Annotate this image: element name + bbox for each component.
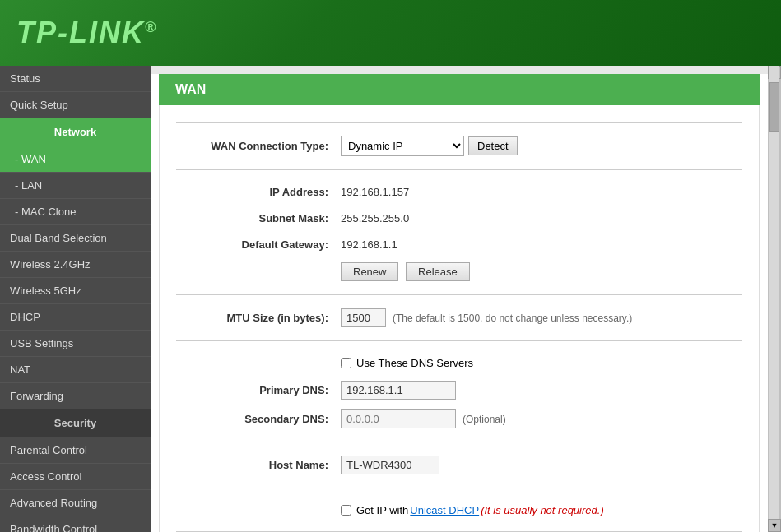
sidebar-item-status[interactable]: Status	[0, 66, 151, 92]
default-gateway-label: Default Gateway:	[176, 238, 341, 251]
scrollbar-arrow-down[interactable]: ▼	[768, 519, 781, 532]
sidebar-item-usb-settings[interactable]: USB Settings	[0, 331, 151, 357]
divider-top	[176, 122, 742, 123]
use-dns-label: Use These DNS Servers	[356, 357, 473, 369]
secondary-dns-optional: (Optional)	[463, 414, 506, 425]
default-gateway-value: 192.168.1.1	[341, 238, 397, 251]
primary-dns-row: Primary DNS:	[176, 376, 742, 405]
sidebar-item-forwarding[interactable]: Forwarding	[0, 383, 151, 409]
main-layout: Status Quick Setup Network - WAN - LAN -…	[0, 66, 781, 532]
page-title: WAN	[159, 74, 760, 105]
divider-5	[176, 488, 742, 488]
sidebar-item-lan[interactable]: - LAN	[0, 173, 151, 199]
use-dns-row: Use These DNS Servers	[176, 349, 742, 376]
mtu-field: (The default is 1500, do not change unle…	[341, 308, 632, 327]
use-dns-checkbox[interactable]	[341, 358, 351, 368]
default-gateway-row: Default Gateway: 192.168.1.1	[176, 231, 742, 257]
sidebar: Status Quick Setup Network - WAN - LAN -…	[0, 66, 151, 532]
sidebar-item-nat[interactable]: NAT	[0, 357, 151, 383]
ip-address-row: IP Address: 192.168.1.157	[176, 178, 742, 205]
detect-button[interactable]: Detect	[468, 136, 518, 155]
divider-3	[176, 340, 742, 341]
scrollbar-track	[769, 66, 779, 532]
wan-connection-type-label: WAN Connection Type:	[176, 140, 341, 152]
wan-connection-type-row: WAN Connection Type: Dynamic IP Static I…	[176, 131, 742, 161]
renew-release-buttons: Renew Release	[341, 262, 474, 281]
logo-symbol: ®	[145, 19, 157, 35]
logo: TP-LINK®	[16, 16, 157, 50]
unicast-label-pre: Get IP with	[356, 504, 408, 516]
content-body: WAN Connection Type: Dynamic IP Static I…	[159, 105, 760, 532]
unicast-row: Get IP with Unicast DHCP (It is usually …	[176, 497, 742, 523]
sidebar-section-security: Security	[0, 409, 151, 437]
secondary-dns-row: Secondary DNS: (Optional)	[176, 405, 742, 433]
use-dns-field: Use These DNS Servers	[341, 357, 473, 369]
sidebar-item-advanced-routing[interactable]: Advanced Routing	[0, 490, 151, 516]
host-name-row: Host Name:	[176, 451, 742, 479]
content-area: WAN WAN Connection Type: Dynamic IP Stat…	[151, 66, 768, 532]
ip-address-label: IP Address:	[176, 186, 341, 198]
secondary-dns-input[interactable]	[341, 409, 456, 428]
sidebar-item-bandwidth-control[interactable]: Bandwidth Control	[0, 516, 151, 532]
mtu-row: MTU Size (in bytes): (The default is 150…	[176, 303, 742, 332]
logo-text: TP-LINK	[16, 16, 145, 49]
content-inner: WAN WAN Connection Type: Dynamic IP Stat…	[151, 74, 768, 532]
secondary-dns-field: (Optional)	[341, 409, 506, 428]
unicast-checkbox[interactable]	[341, 505, 351, 516]
wan-connection-type-select[interactable]: Dynamic IP Static IP PPPoE L2TP PPTP Big…	[341, 136, 464, 156]
header: TP-LINK®	[0, 0, 781, 66]
divider-2	[176, 294, 742, 295]
renew-button[interactable]: Renew	[341, 262, 398, 281]
wan-connection-type-field: Dynamic IP Static IP PPPoE L2TP PPTP Big…	[341, 136, 518, 156]
secondary-dns-label: Secondary DNS:	[176, 413, 341, 425]
subnet-mask-label: Subnet Mask:	[176, 212, 341, 224]
unicast-label-post: (It is usually not required.)	[481, 504, 604, 516]
mtu-input[interactable]	[341, 308, 386, 327]
ip-address-value: 192.168.1.157	[341, 186, 409, 198]
host-name-label: Host Name:	[176, 459, 341, 471]
primary-dns-label: Primary DNS:	[176, 384, 341, 396]
unicast-field: Get IP with Unicast DHCP (It is usually …	[341, 504, 604, 516]
sidebar-item-parental-control[interactable]: Parental Control	[0, 437, 151, 464]
subnet-mask-value: 255.255.255.0	[341, 212, 409, 224]
sidebar-item-access-control[interactable]: Access Control	[0, 464, 151, 490]
sidebar-item-dhcp[interactable]: DHCP	[0, 304, 151, 331]
sidebar-item-wireless-24[interactable]: Wireless 2.4GHz	[0, 252, 151, 278]
release-button[interactable]: Release	[406, 262, 470, 281]
subnet-mask-row: Subnet Mask: 255.255.255.0	[176, 205, 742, 231]
sidebar-section-network: Network	[0, 118, 151, 146]
scrollbar: ▲ ▼	[768, 66, 781, 532]
host-name-input[interactable]	[341, 456, 439, 474]
sidebar-item-quick-setup[interactable]: Quick Setup	[0, 92, 151, 118]
primary-dns-input[interactable]	[341, 381, 456, 400]
renew-release-row: Renew Release	[176, 257, 742, 286]
sidebar-item-mac-clone[interactable]: - MAC Clone	[0, 199, 151, 225]
sidebar-item-wireless-5[interactable]: Wireless 5GHz	[0, 278, 151, 304]
divider-1	[176, 169, 742, 170]
divider-4	[176, 442, 742, 442]
unicast-label-link[interactable]: Unicast DHCP	[410, 504, 479, 516]
sidebar-item-wan[interactable]: - WAN	[0, 146, 151, 173]
scrollbar-thumb[interactable]	[769, 82, 779, 132]
mtu-label: MTU Size (in bytes):	[176, 312, 341, 324]
sidebar-item-dual-band[interactable]: Dual Band Selection	[0, 225, 151, 252]
mtu-hint: (The default is 1500, do not change unle…	[393, 312, 632, 324]
